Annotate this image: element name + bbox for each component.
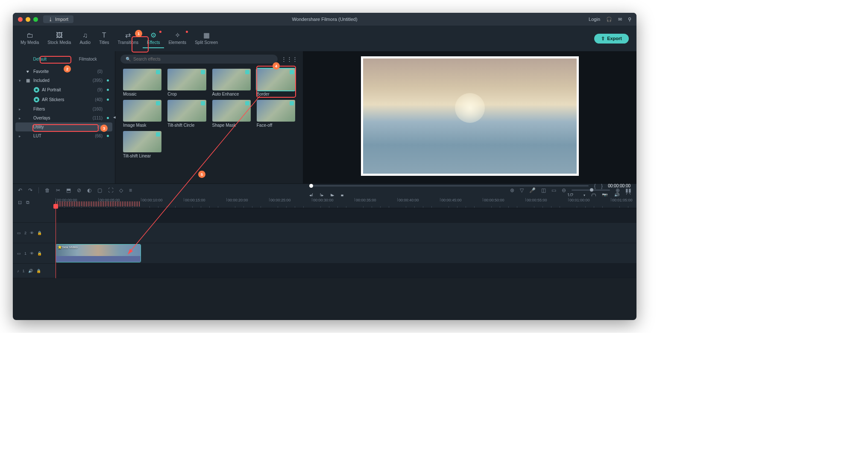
- chevron-icon: ▾: [19, 79, 22, 83]
- category-count: (395): [93, 78, 103, 83]
- chevron-icon: ▸: [19, 134, 22, 138]
- redo-icon[interactable]: ↷: [28, 187, 32, 193]
- marker-icon[interactable]: ▽: [520, 187, 524, 193]
- video-frame: [361, 56, 579, 176]
- eye-icon[interactable]: 👁: [30, 231, 34, 235]
- settings-icon[interactable]: ≡: [129, 187, 132, 193]
- effect-thumb-crop[interactable]: Crop: [167, 69, 206, 96]
- upload-icon: ⇪: [601, 36, 605, 41]
- video-preview[interactable]: [363, 58, 577, 174]
- sidebar-item-filters[interactable]: ▸Filters(160): [15, 105, 112, 114]
- resize-icon[interactable]: ⛶: [108, 187, 113, 193]
- user-icon[interactable]: ⚲: [628, 17, 631, 22]
- effect-thumb-border[interactable]: Border: [257, 69, 295, 96]
- track-label-a1[interactable]: ♪1 🔊 🔒: [13, 264, 56, 278]
- tab-stock-media[interactable]: 🖼Stock Media: [43, 29, 75, 48]
- speaker-icon[interactable]: 🔊: [28, 269, 33, 273]
- sidebar-item-included[interactable]: ▾▦Included(395): [15, 76, 112, 85]
- tab-elements[interactable]: ✧Elements: [164, 29, 191, 48]
- effect-thumb-auto-enhance[interactable]: Auto Enhance: [212, 69, 251, 96]
- tab-effects[interactable]: ⚙Effects: [143, 29, 164, 48]
- minimize-window-button[interactable]: [26, 17, 30, 22]
- mail-icon[interactable]: ✉: [618, 17, 622, 22]
- sidebar-item-overlays[interactable]: ▸Overlays(111): [15, 114, 112, 122]
- color-icon[interactable]: ◐: [87, 187, 91, 193]
- track-spacer-row[interactable]: [56, 208, 636, 223]
- speed-icon[interactable]: ⊘: [77, 187, 81, 193]
- split-icon[interactable]: ✂: [56, 187, 60, 193]
- import-button[interactable]: ⭳ Import: [43, 15, 73, 23]
- search-input[interactable]: 🔍: [120, 55, 278, 64]
- chevron-icon: ▸: [19, 107, 22, 111]
- collapse-sidebar-icon[interactable]: ◂: [113, 114, 116, 120]
- playhead[interactable]: [56, 208, 56, 278]
- sidebar-item-utility[interactable]: Utility(9): [15, 122, 112, 131]
- shapes-icon: ✧: [175, 32, 180, 39]
- tab-label: Elements: [168, 40, 186, 45]
- track-v2[interactable]: [56, 223, 636, 243]
- video-clip[interactable]: ⭐Sea Video: [56, 244, 141, 262]
- sidebar-item-ar-stickers[interactable]: ◉AR Stickers(40): [15, 95, 112, 105]
- timeline-ruler[interactable]: 00:00:00:0000:00:05:0000:00:10:0000:00:1…: [56, 196, 636, 208]
- render-icon[interactable]: ⊛: [510, 187, 514, 193]
- adjust-icon[interactable]: ▭: [551, 187, 556, 193]
- eye-icon[interactable]: 👁: [30, 251, 34, 256]
- crop-icon[interactable]: ⬒: [66, 187, 71, 193]
- maximize-window-button[interactable]: [33, 17, 38, 22]
- lock-icon[interactable]: 🔒: [37, 231, 42, 235]
- tab-my-media[interactable]: 🗀My Media: [16, 29, 43, 48]
- effect-thumb-tilt-shift-circle[interactable]: Tilt-shift Circle: [167, 100, 206, 128]
- keyframe-icon[interactable]: ◇: [119, 187, 123, 193]
- timeline-collapse-icon[interactable]: ⊡: [18, 200, 22, 205]
- sidebar-tab-filmstock[interactable]: Filmstock: [65, 55, 111, 64]
- effect-thumb-tilt-shift-linear[interactable]: Tilt-shift Linear: [123, 131, 161, 159]
- status-dot: [107, 89, 109, 91]
- annotation-2: 2: [64, 65, 71, 73]
- view-grid-icon[interactable]: ⋮⋮⋮: [281, 56, 298, 62]
- export-button[interactable]: ⇪ Export: [594, 34, 629, 44]
- tab-label: Audio: [79, 40, 91, 45]
- login-button[interactable]: Login: [589, 17, 600, 22]
- effect-thumb-image-mask[interactable]: Image Mask: [123, 100, 161, 128]
- track-a1[interactable]: [56, 264, 636, 278]
- category-label: LUT: [33, 134, 92, 138]
- effect-thumb-shape-mask[interactable]: Shape Mask: [212, 100, 251, 128]
- ruler-tick: 00:00:10:00: [141, 198, 163, 201]
- delete-icon[interactable]: 🗑: [45, 187, 50, 193]
- effect-thumb-mosaic[interactable]: Mosaic: [123, 69, 161, 96]
- chevron-icon: ▸: [19, 116, 22, 120]
- sidebar-item-ai-portrait[interactable]: ◉AI Portrait(9): [15, 85, 112, 95]
- sidebar-item-lut[interactable]: ▸LUT(66): [15, 131, 112, 140]
- mic-icon[interactable]: 🎤: [529, 187, 536, 193]
- headset-icon[interactable]: 🎧: [606, 17, 612, 22]
- effect-preview-image: [123, 100, 161, 122]
- greenscreen-icon[interactable]: ▢: [97, 187, 102, 193]
- track-label-v1[interactable]: ▭1 👁 🔒: [13, 243, 56, 264]
- status-dot: [107, 117, 109, 119]
- tab-audio[interactable]: ♫Audio: [75, 29, 95, 48]
- track-label-v2[interactable]: ▭2 👁 🔒: [13, 223, 56, 243]
- image-icon: 🖼: [56, 32, 63, 39]
- tab-titles[interactable]: TTitles: [95, 29, 114, 48]
- timeline-link-icon[interactable]: ⧉: [26, 200, 29, 205]
- sidebar-tab-default[interactable]: Default: [17, 55, 63, 64]
- star-icon: ⭐: [58, 245, 62, 249]
- mixer-icon[interactable]: ◫: [541, 187, 546, 193]
- effect-preview-image: [212, 100, 251, 122]
- undo-icon[interactable]: ↶: [18, 187, 22, 193]
- zoom-out-icon[interactable]: ⊖: [562, 187, 566, 193]
- lock-icon[interactable]: 🔒: [36, 269, 41, 273]
- lock-icon[interactable]: 🔒: [37, 251, 42, 256]
- scrubber-track[interactable]: [309, 185, 589, 186]
- zoom-in-icon[interactable]: ⊕: [616, 187, 620, 193]
- effect-label: Tilt-shift Circle: [167, 123, 206, 128]
- track-v1[interactable]: ⭐Sea Video: [56, 243, 636, 264]
- category-count: (40): [95, 97, 103, 102]
- effect-thumb-face-off[interactable]: Face-off: [257, 100, 295, 128]
- video-track-icon: ▭: [17, 231, 21, 235]
- search-field[interactable]: [133, 57, 273, 61]
- tab-split-screen[interactable]: ▦Split Screen: [191, 29, 222, 48]
- zoom-fit-icon[interactable]: ▮▮: [625, 187, 631, 193]
- close-window-button[interactable]: [18, 17, 23, 22]
- zoom-slider[interactable]: [572, 189, 610, 191]
